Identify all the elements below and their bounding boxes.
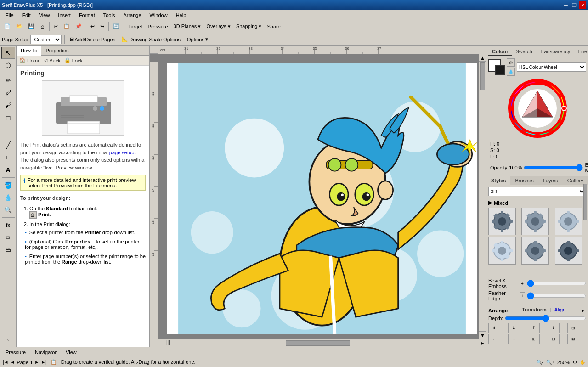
style-item-6[interactable] xyxy=(555,237,582,265)
3d-planes-button[interactable]: 3D Planes ▾ xyxy=(171,21,204,32)
scroll-up-button[interactable]: ▲ xyxy=(479,54,486,62)
crop-tool[interactable]: ⧉ xyxy=(1,231,15,243)
menu-help[interactable]: Help xyxy=(172,11,190,19)
close-button[interactable]: ✕ xyxy=(579,1,586,9)
group-expander[interactable]: ▶ xyxy=(488,200,492,206)
tab-transparency[interactable]: Transparency xyxy=(536,48,574,56)
back-button[interactable]: ◁ Back xyxy=(44,57,60,63)
colour-wheel-container[interactable] xyxy=(488,79,586,138)
horizontal-scrollbar[interactable]: ◄ ||| ► xyxy=(150,339,486,347)
tab-brushes[interactable]: Brushes xyxy=(510,176,538,185)
overlays-button[interactable]: Overlays ▾ xyxy=(204,21,232,32)
styles-scrollbar-thumb[interactable] xyxy=(583,198,587,220)
minimize-button[interactable]: ─ xyxy=(562,1,570,9)
copy-button[interactable]: 📋 xyxy=(61,21,72,32)
scroll-right-button[interactable]: ► xyxy=(479,339,486,347)
tab-view[interactable]: View xyxy=(62,349,80,356)
shape-tool[interactable]: □ xyxy=(1,127,15,139)
new-button[interactable]: 📄 xyxy=(2,21,13,32)
depth-slider[interactable] xyxy=(505,316,586,320)
style-item-1[interactable] xyxy=(488,208,516,235)
arrange-btn-9[interactable]: ⊟ xyxy=(548,334,560,344)
arrange-btn-6[interactable]: ↔ xyxy=(488,334,500,344)
style-item-3[interactable] xyxy=(555,208,582,235)
home-button[interactable]: 🏠 Home xyxy=(19,57,40,63)
bevel-slider[interactable] xyxy=(527,282,586,285)
view-options-button[interactable]: ⚙ xyxy=(573,360,577,365)
arrange-btn-10[interactable]: ⊠ xyxy=(567,334,579,344)
redo-button[interactable]: ↪ xyxy=(98,21,107,32)
brush-tool[interactable]: 🖌 xyxy=(1,99,15,111)
eyedropper-colour-button[interactable]: 💧 xyxy=(507,68,515,76)
arrange-btn-8[interactable]: ⊞ xyxy=(528,334,540,344)
connector-tool[interactable]: ⊢ xyxy=(1,152,15,164)
next-page-button[interactable]: ► xyxy=(34,360,39,365)
fx-tool[interactable]: fx xyxy=(1,219,15,231)
eraser-tool[interactable]: ◻ xyxy=(1,112,15,124)
cut-button[interactable]: ✂ xyxy=(51,21,60,32)
zoom-out-button[interactable]: 🔍- xyxy=(537,360,543,365)
tab-properties[interactable]: Properties xyxy=(41,46,73,55)
no-colour-button[interactable]: ⊘ xyxy=(507,58,515,67)
canvas-workspace[interactable]: ▲ ▼ xyxy=(158,54,486,339)
print-button[interactable]: 🖨 xyxy=(38,21,47,32)
style-item-2[interactable] xyxy=(521,208,549,235)
feather-slider[interactable] xyxy=(527,294,586,298)
options-button[interactable]: Options ▾ xyxy=(185,34,210,45)
tab-layers[interactable]: Layers xyxy=(538,176,563,185)
arrange-btn-3[interactable]: ⤒ xyxy=(528,323,540,333)
menu-window[interactable]: Window xyxy=(146,11,171,19)
select-tool[interactable]: ↖ xyxy=(1,47,15,59)
bevel-expand[interactable]: + xyxy=(520,280,525,287)
tab-line[interactable]: Line xyxy=(574,48,588,56)
eyedrop-tool[interactable]: 💧 xyxy=(1,192,15,203)
zoom-in-button[interactable]: 🔍+ xyxy=(546,360,554,365)
opacity-slider[interactable] xyxy=(524,166,583,169)
first-page-button[interactable]: |◄ xyxy=(3,360,9,365)
feather-expand[interactable]: + xyxy=(520,292,525,299)
save-button[interactable]: 💾 xyxy=(26,21,37,32)
menu-format[interactable]: Format xyxy=(75,11,99,19)
arrange-btn-5[interactable]: ⊞ xyxy=(567,323,579,333)
target-button[interactable]: Target xyxy=(126,21,145,32)
share-button[interactable]: Share xyxy=(265,21,283,32)
vertical-scrollbar[interactable]: ▲ ▼ xyxy=(479,54,486,339)
open-button[interactable]: 📂 xyxy=(14,21,25,32)
last-page-button[interactable]: ►| xyxy=(41,360,47,365)
arrange-btn-4[interactable]: ⤓ xyxy=(548,323,560,333)
scroll-down-button[interactable]: ▼ xyxy=(479,331,486,339)
background-swatch[interactable] xyxy=(495,65,505,75)
pen-tool[interactable]: 🖊 xyxy=(1,87,15,99)
tab-styles[interactable]: Styles xyxy=(486,176,510,185)
add-delete-pages-button[interactable]: ⊞ Add/Delete Pages xyxy=(68,34,118,45)
tab-colour[interactable]: Colour xyxy=(488,48,512,56)
menu-file[interactable]: File xyxy=(2,11,17,19)
colour-wheel-dropdown[interactable]: HSL Colour Wheel xyxy=(517,62,586,72)
pressure-button[interactable]: Pressure xyxy=(146,21,170,32)
arrange-btn-7[interactable]: ↕ xyxy=(508,334,520,344)
text-tool[interactable]: A xyxy=(1,164,15,176)
menu-arrange[interactable]: Arrange xyxy=(119,11,145,19)
style-item-5[interactable] xyxy=(521,237,549,265)
tab-howto[interactable]: How To xyxy=(17,46,41,56)
h-scroll-thumb[interactable] xyxy=(286,340,350,346)
arrange-btn-2[interactable]: ⬇ xyxy=(508,323,520,333)
style-item-4[interactable] xyxy=(488,237,516,265)
line-tool[interactable]: ╱ xyxy=(1,139,15,151)
scroll-thumb[interactable] xyxy=(480,62,485,90)
tab-align[interactable]: Align xyxy=(554,307,565,312)
menu-insert[interactable]: Insert xyxy=(54,11,74,19)
pencil-tool[interactable]: ✏ xyxy=(1,74,15,86)
tab-swatch[interactable]: Swatch xyxy=(512,48,536,56)
paste-button[interactable]: 📌 xyxy=(73,21,84,32)
arrange-btn-1[interactable]: ⬆ xyxy=(488,323,500,333)
node-tool[interactable]: ⬡ xyxy=(1,59,15,71)
fill-tool[interactable]: 🪣 xyxy=(1,179,15,191)
rotate-button[interactable]: 🔄 xyxy=(111,21,122,32)
lock-button[interactable]: 🔒 Lock xyxy=(64,57,83,63)
tab-transform[interactable]: Transform xyxy=(522,307,547,312)
styles-category-dropdown[interactable]: 3D xyxy=(488,187,586,196)
pan-button[interactable]: ✋ xyxy=(580,360,585,365)
menu-view[interactable]: View xyxy=(35,11,54,19)
menu-tools[interactable]: Tools xyxy=(100,11,119,19)
